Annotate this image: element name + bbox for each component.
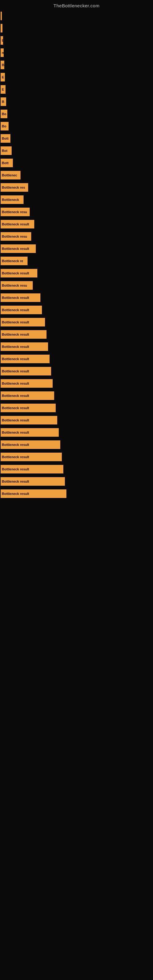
bar: B bbox=[1, 97, 6, 106]
bar-row: Bottlenec bbox=[0, 169, 153, 181]
bar: Bott bbox=[1, 134, 10, 143]
bar-label: Bottleneck result bbox=[2, 394, 29, 398]
bar-label: Bot bbox=[2, 149, 7, 153]
bar-label: m bbox=[2, 51, 4, 54]
bar-row: Bottleneck res bbox=[0, 181, 153, 194]
bar: Bottleneck re bbox=[1, 257, 27, 265]
bar-label: Bottleneck re bbox=[2, 259, 23, 263]
bar-label: Bo bbox=[2, 124, 6, 128]
bar: Bottlenec bbox=[1, 171, 21, 180]
bar-label: Bottleneck resu bbox=[2, 235, 27, 238]
bar bbox=[1, 12, 2, 20]
bar bbox=[1, 24, 2, 32]
bar: Bott bbox=[1, 159, 13, 167]
bar-row: Bottleneck bbox=[0, 194, 153, 206]
bar-row: Bottleneck result bbox=[0, 439, 153, 451]
bar-row: Bottleneck result bbox=[0, 488, 153, 500]
bar: Bottleneck result bbox=[1, 428, 59, 437]
bar-label: Bo bbox=[2, 112, 6, 116]
bar-label: Bott bbox=[2, 161, 9, 165]
bar-label: Bott bbox=[2, 137, 9, 140]
bar-row: Bo bbox=[0, 120, 153, 132]
bar: Bottleneck resu bbox=[1, 281, 33, 290]
bar-row: Bottleneck result bbox=[0, 304, 153, 316]
site-title: TheBottlenecker.com bbox=[0, 0, 153, 10]
bar-label: Bottlenec bbox=[2, 173, 17, 177]
bar: m bbox=[1, 48, 4, 57]
bar-row: Bottleneck result bbox=[0, 353, 153, 365]
bar-row: Bottleneck resu bbox=[0, 206, 153, 218]
bar: Bottleneck result bbox=[1, 441, 60, 449]
bar-row: Bottleneck result bbox=[0, 316, 153, 328]
bar-label: Bottleneck result bbox=[2, 296, 29, 299]
bar-row: B bbox=[0, 59, 153, 71]
bar: Bottleneck result bbox=[1, 379, 53, 388]
bar-label: Bottleneck result bbox=[2, 467, 29, 471]
bar-row: Bot bbox=[0, 145, 153, 157]
bar-row: Bott bbox=[0, 157, 153, 169]
bar-label: E bbox=[2, 88, 4, 91]
bar: Bottleneck result bbox=[1, 318, 45, 326]
bar: Bottleneck result bbox=[1, 342, 48, 351]
bar: Bottleneck result bbox=[1, 244, 36, 253]
bar-label: Bottleneck result bbox=[2, 222, 29, 226]
bar-row: Bottleneck result bbox=[0, 475, 153, 488]
bar: E bbox=[1, 36, 3, 45]
bar-label: Bottleneck result bbox=[2, 332, 29, 336]
bar-row: Bottleneck result bbox=[0, 426, 153, 439]
bar-row: Bott bbox=[0, 132, 153, 145]
bar-label: Bottleneck resu bbox=[2, 210, 27, 214]
bar-row: E bbox=[0, 83, 153, 95]
bar-row: Bottleneck result bbox=[0, 267, 153, 279]
bar-row: Bottleneck result bbox=[0, 377, 153, 390]
bar: E bbox=[1, 73, 5, 81]
bar-row: Bottleneck result bbox=[0, 414, 153, 426]
bar: Bottleneck result bbox=[1, 355, 49, 363]
bar: Bottleneck result bbox=[1, 465, 63, 474]
bar-row: Bottleneck resu bbox=[0, 279, 153, 291]
bar: Bottleneck res bbox=[1, 183, 28, 192]
bar-row: Bo bbox=[0, 108, 153, 120]
bar-label: Bottleneck result bbox=[2, 247, 29, 250]
bar: Bottleneck result bbox=[1, 404, 56, 412]
bar-label: Bottleneck result bbox=[2, 431, 29, 434]
bar-row: Bottleneck result bbox=[0, 365, 153, 377]
bar-row: Bottleneck result bbox=[0, 463, 153, 475]
bar-row: Bottleneck re bbox=[0, 255, 153, 267]
bar-row: Bottleneck result bbox=[0, 328, 153, 340]
bar-row: Bottleneck result bbox=[0, 340, 153, 353]
bar-row: Bottleneck resu bbox=[0, 230, 153, 243]
bar-label: Bottleneck result bbox=[2, 418, 29, 422]
bar-row: m bbox=[0, 46, 153, 59]
bar-row: Bottleneck result bbox=[0, 402, 153, 414]
bar: Bottleneck result bbox=[1, 391, 54, 400]
bar-row bbox=[0, 22, 153, 34]
bar: Bottleneck resu bbox=[1, 208, 30, 216]
bar: Bo bbox=[1, 122, 9, 130]
bar: Bottleneck result bbox=[1, 330, 46, 339]
bar: Bottleneck resu bbox=[1, 232, 31, 241]
bar: E bbox=[1, 85, 5, 94]
bar: Bot bbox=[1, 146, 12, 155]
bar: Bottleneck result bbox=[1, 269, 37, 277]
bar-label: Bottleneck res bbox=[2, 186, 25, 189]
bar: Bottleneck result bbox=[1, 416, 57, 425]
bar-label: E bbox=[2, 38, 3, 42]
bar-row: B bbox=[0, 95, 153, 108]
bar-label: B bbox=[2, 63, 4, 67]
bar: Bo bbox=[1, 110, 7, 118]
bar-label: Bottleneck result bbox=[2, 443, 29, 447]
bar-label: Bottleneck result bbox=[2, 369, 29, 373]
bar-label: Bottleneck result bbox=[2, 345, 29, 348]
bar-row: Bottleneck result bbox=[0, 243, 153, 255]
bar: Bottleneck result bbox=[1, 305, 42, 314]
bar-label: Bottleneck result bbox=[2, 406, 29, 410]
bar-label: Bottleneck result bbox=[2, 382, 29, 385]
bar-label: Bottleneck result bbox=[2, 357, 29, 361]
bar: B bbox=[1, 60, 4, 69]
bar-row: Bottleneck result bbox=[0, 291, 153, 304]
bar-row: Bottleneck result bbox=[0, 218, 153, 230]
bar-label: Bottleneck result bbox=[2, 320, 29, 324]
bar-row: E bbox=[0, 71, 153, 83]
bar-label: Bottleneck result bbox=[2, 455, 29, 459]
